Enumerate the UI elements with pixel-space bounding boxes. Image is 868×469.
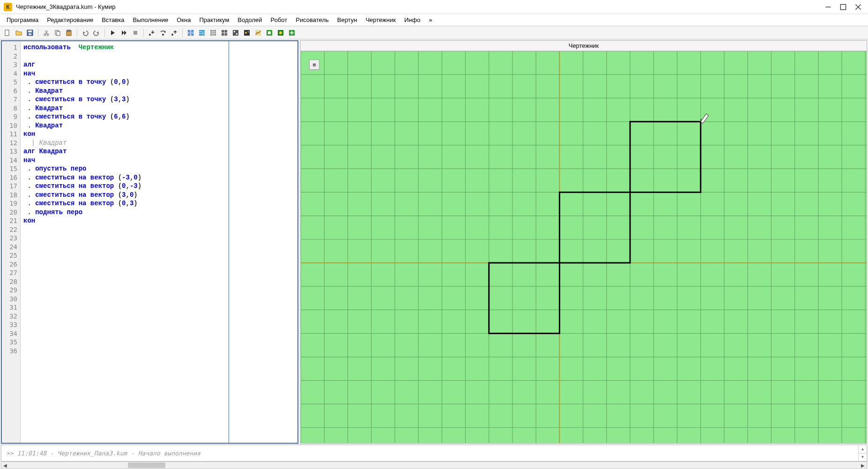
scroll-thumb[interactable] — [128, 462, 165, 468]
menu-item-12[interactable]: » — [425, 15, 436, 25]
scroll-left-icon[interactable]: ◀ — [1, 462, 9, 469]
menu-item-7[interactable]: Робот — [267, 15, 291, 25]
redo-icon[interactable] — [92, 28, 101, 37]
scroll-right-icon[interactable]: ▶ — [859, 462, 867, 469]
run-icon[interactable] — [108, 28, 118, 37]
visualizer-panel: Чертежник ≡ — [300, 40, 867, 444]
menu-item-0[interactable]: Программа — [3, 15, 42, 25]
menu-item-1[interactable]: Редактирование — [43, 15, 97, 25]
svg-point-37 — [248, 31, 249, 32]
editor-panel: 1234567891011121314151617181920212223242… — [1, 40, 298, 444]
console-text: >> 11:01:48 - Чертежник_Папа3.kum - Нача… — [1, 450, 858, 457]
line-gutter: 1234567891011121314151617181920212223242… — [2, 41, 21, 443]
svg-rect-96 — [630, 122, 701, 193]
new-file-icon[interactable] — [3, 28, 12, 37]
plus-icon[interactable] — [287, 28, 297, 37]
main-area: 1234567891011121314151617181920212223242… — [0, 39, 868, 445]
console[interactable]: >> 11:01:48 - Чертежник_Папа3.kum - Нача… — [1, 445, 867, 462]
open-file-icon[interactable] — [14, 28, 23, 37]
svg-rect-24 — [210, 30, 216, 36]
svg-rect-7 — [29, 33, 31, 35]
drawing-canvas[interactable]: ≡ — [301, 51, 867, 443]
grid1-icon[interactable] — [208, 28, 218, 37]
titlebar: К Чертежник_3Квадрата.kum - Кумир — [0, 0, 868, 14]
grid2-icon[interactable] — [220, 28, 229, 37]
toolbar — [0, 26, 868, 39]
cut-icon[interactable] — [42, 28, 51, 37]
undo-icon[interactable] — [81, 28, 90, 37]
copy-icon[interactable] — [53, 28, 62, 37]
svg-line-10 — [45, 30, 48, 34]
menu-item-3[interactable]: Выполнение — [129, 15, 172, 25]
window-title: Чертежник_3Квадрата.kum - Кумир — [16, 3, 825, 10]
paste-icon[interactable] — [64, 28, 74, 37]
robot2-icon[interactable] — [276, 28, 285, 37]
svg-line-11 — [45, 30, 47, 34]
svg-rect-16 — [134, 31, 137, 35]
maximize-button[interactable] — [840, 4, 846, 10]
menu-item-6[interactable]: Водолей — [234, 15, 266, 25]
svg-rect-40 — [268, 31, 271, 34]
robot1-icon[interactable] — [265, 28, 274, 37]
chart-icon[interactable] — [253, 28, 263, 37]
svg-point-42 — [279, 31, 282, 34]
svg-rect-6 — [28, 30, 32, 32]
step-out-icon[interactable] — [170, 28, 179, 37]
svg-rect-95 — [559, 192, 630, 263]
stop-icon[interactable] — [131, 28, 140, 37]
menu-item-10[interactable]: Чертежник — [362, 15, 400, 25]
svg-rect-32 — [233, 30, 238, 36]
svg-point-8 — [44, 34, 46, 36]
menu-item-9[interactable]: Вертун — [334, 15, 361, 25]
step-into-icon[interactable] — [147, 28, 156, 37]
svg-point-36 — [245, 32, 247, 34]
svg-point-9 — [47, 34, 49, 36]
step-over-icon[interactable] — [158, 28, 168, 37]
canvas-menu-button[interactable]: ≡ — [309, 60, 319, 70]
svg-rect-23 — [199, 30, 205, 36]
menu-item-4[interactable]: Окна — [173, 15, 194, 25]
spinner-up-icon[interactable]: ▲ — [859, 445, 867, 454]
spinner-down-icon[interactable]: ▼ — [859, 454, 867, 462]
svg-rect-33 — [234, 31, 235, 32]
svg-point-17 — [149, 34, 151, 36]
menu-item-8[interactable]: Рисователь — [292, 15, 332, 25]
menu-item-5[interactable]: Практикум — [195, 15, 233, 25]
console-spinner[interactable]: ▲ ▼ — [858, 445, 867, 461]
game-icon[interactable] — [242, 28, 252, 37]
code-column[interactable]: использовать Чертежник алгнач . сместить… — [21, 41, 229, 443]
grid-svg — [301, 51, 867, 443]
step-icon[interactable] — [119, 28, 129, 37]
close-button[interactable] — [855, 4, 861, 10]
svg-rect-1 — [840, 4, 846, 9]
visualizer-title: Чертежник — [301, 41, 867, 51]
waves-icon[interactable] — [197, 28, 207, 37]
svg-rect-13 — [57, 31, 60, 36]
horizontal-scrollbar[interactable]: ◀ ▶ — [1, 462, 867, 469]
svg-rect-15 — [67, 30, 70, 31]
save-icon[interactable] — [25, 28, 35, 37]
menubar: ПрограммаРедактированиеВставкаВыполнение… — [0, 14, 868, 26]
svg-point-18 — [162, 34, 164, 36]
code-area[interactable]: использовать Чертежник алгнач . сместить… — [21, 41, 297, 443]
minimize-button[interactable] — [825, 4, 831, 10]
grid3-icon[interactable] — [231, 28, 240, 37]
menu-item-11[interactable]: Инфо — [401, 15, 424, 25]
menu-item-2[interactable]: Вставка — [98, 15, 128, 25]
svg-rect-34 — [236, 33, 237, 35]
svg-rect-94 — [489, 263, 560, 334]
app-icon: К — [4, 3, 12, 11]
side-column — [229, 41, 297, 443]
svg-point-19 — [171, 34, 173, 36]
world-icon[interactable] — [186, 28, 195, 37]
